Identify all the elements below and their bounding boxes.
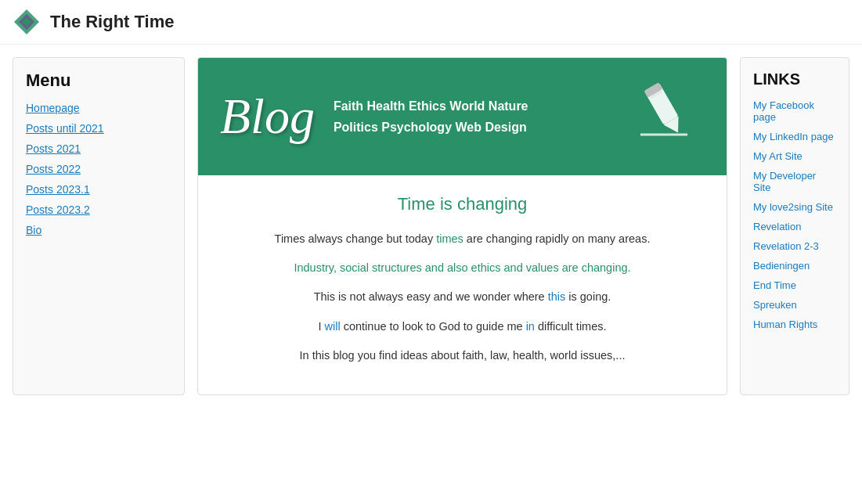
sidebar-menu: Menu Homepage Posts until 2021 Posts 202… (13, 57, 185, 395)
content-heading: Time is changing (229, 194, 695, 214)
blog-banner: Blog Faith Health Ethics World Nature Po… (198, 58, 727, 175)
content-para-1: Times always change but today times are … (229, 230, 695, 248)
link-linkedin[interactable]: My LinkedIn page (753, 131, 836, 142)
highlight-will: will (325, 320, 341, 333)
content-para-4: I will continue to look to God to guide … (229, 318, 695, 336)
page-layout: Menu Homepage Posts until 2021 Posts 202… (0, 45, 862, 408)
sidebar-item-homepage[interactable]: Homepage (26, 102, 171, 114)
highlight-times: times (436, 232, 463, 245)
link-art-site[interactable]: My Art Site (753, 150, 836, 162)
link-revelation[interactable]: Revelation (753, 221, 836, 232)
content-para-5: In this blog you find ideas about faith,… (229, 347, 695, 365)
topics-line1: Faith Health Ethics World Nature (334, 95, 528, 117)
pencil-icon (633, 74, 703, 144)
blog-text-content: Time is changing Times always change but… (198, 175, 727, 394)
main-content: Blog Faith Health Ethics World Nature Po… (197, 57, 727, 395)
links-heading: LINKS (753, 70, 836, 88)
content-para-2: Industry, social structures and also eth… (229, 259, 695, 277)
link-facebook[interactable]: My Facebook page (753, 99, 836, 123)
content-para-3: This is not always easy and we wonder wh… (229, 288, 695, 306)
blog-topics: Faith Health Ethics World Nature Politic… (334, 95, 528, 138)
sidebar-item-posts-2023-2[interactable]: Posts 2023.2 (26, 203, 171, 216)
topics-line2: Politics Psychology Web Design (334, 117, 528, 138)
blog-word: Blog (220, 88, 315, 146)
header: The Right Time (0, 0, 862, 45)
link-human-rights[interactable]: Human Rights (753, 319, 836, 330)
banner-left: Blog Faith Health Ethics World Nature Po… (220, 88, 528, 146)
sidebar-item-bio[interactable]: Bio (26, 224, 171, 236)
menu-heading: Menu (26, 70, 171, 91)
sidebar-item-posts-2021-old[interactable]: Posts until 2021 (26, 122, 171, 135)
link-end-time[interactable]: End Time (753, 279, 836, 291)
sidebar-item-posts-2023-1[interactable]: Posts 2023.1 (26, 183, 171, 196)
sidebar-item-posts-2021[interactable]: Posts 2021 (26, 142, 171, 155)
highlight-in: in (526, 320, 535, 333)
site-title: The Right Time (50, 12, 175, 32)
site-logo (13, 8, 41, 36)
link-spreuken[interactable]: Spreuken (753, 299, 836, 311)
link-developer-site[interactable]: My Developer Site (753, 170, 836, 193)
link-bedieningen[interactable]: Bedieningen (753, 260, 836, 272)
highlight-industry: Industry, social structures and also eth… (294, 261, 630, 274)
sidebar-item-posts-2022[interactable]: Posts 2022 (26, 163, 171, 175)
link-revelation-2-3[interactable]: Revelation 2-3 (753, 240, 836, 252)
link-love2sing[interactable]: My love2sing Site (753, 201, 836, 213)
highlight-this: this (548, 290, 566, 303)
links-sidebar: LINKS My Facebook page My LinkedIn page … (740, 57, 849, 395)
